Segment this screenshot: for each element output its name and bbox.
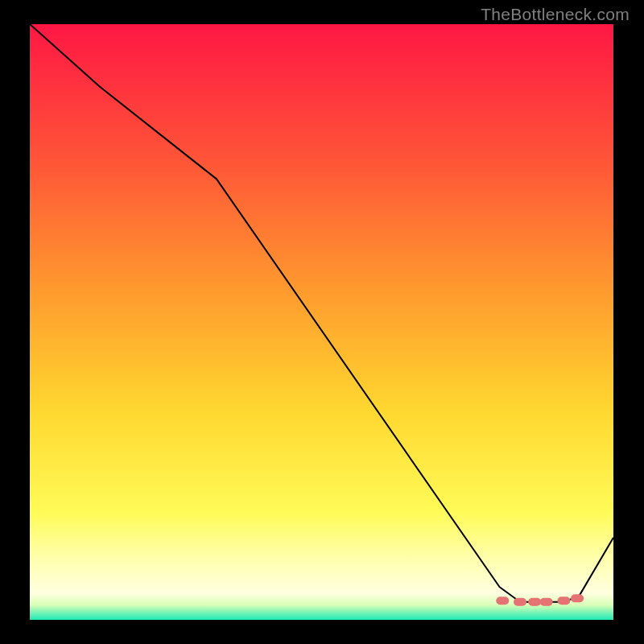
marker-point [514,598,526,606]
chart-svg [30,24,613,620]
chart-background [30,24,613,620]
marker-point [571,594,584,602]
marker-point [557,597,570,605]
marker-point [528,598,541,606]
watermark-text: TheBottleneck.com [481,5,630,24]
marker-point [496,597,509,605]
chart-plot-area [30,24,613,620]
marker-point [540,598,553,606]
